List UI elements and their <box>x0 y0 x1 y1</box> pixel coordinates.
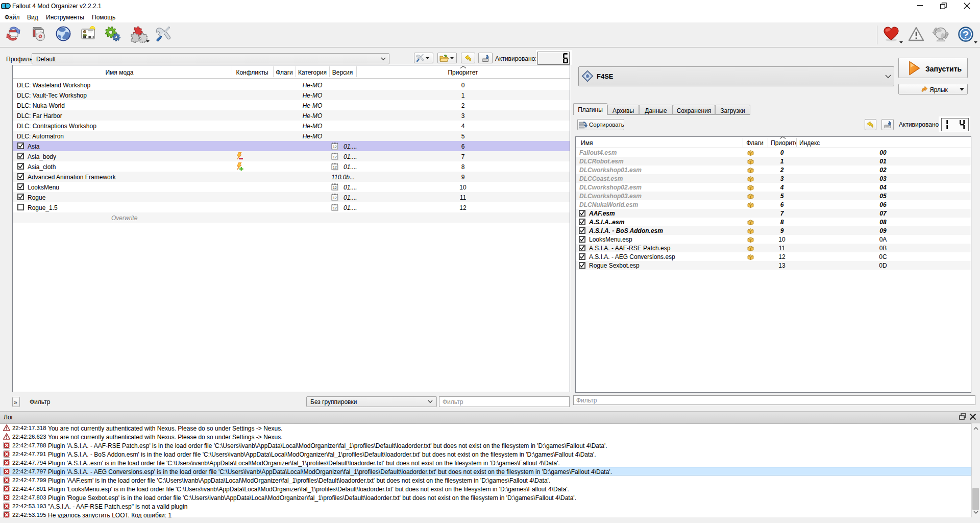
svg-text:?: ? <box>963 29 969 40</box>
svg-text:12: 12 <box>333 186 337 189</box>
svg-text:12: 12 <box>333 145 337 149</box>
svg-text:12: 12 <box>333 155 337 159</box>
svg-text:12: 12 <box>333 206 337 210</box>
svg-text:12: 12 <box>333 165 337 169</box>
svg-text:12: 12 <box>333 196 337 200</box>
